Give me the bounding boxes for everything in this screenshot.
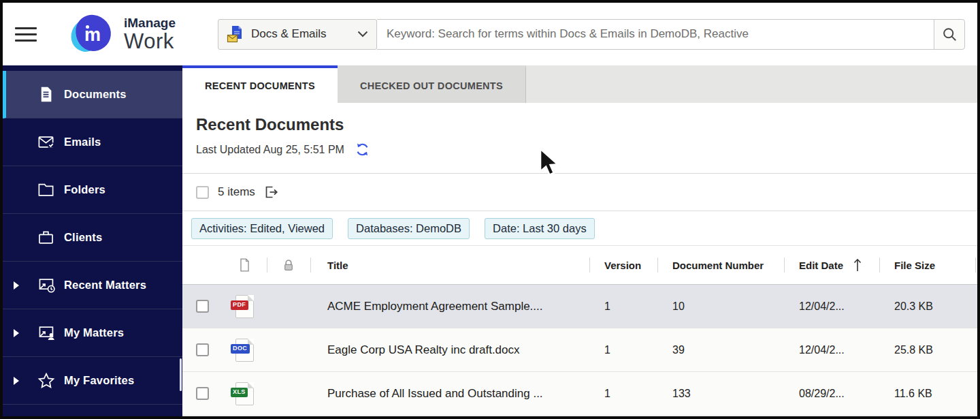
tab-checked-out-documents[interactable]: CHECKED OUT DOCUMENTS: [338, 65, 526, 103]
top-bar: m iManage Work Docs & Emails: [3, 3, 977, 65]
table-row[interactable]: XLSPurchase of All Issued and Outstandin…: [182, 372, 977, 416]
matter-clock-icon: [37, 276, 64, 294]
document-version: 1: [589, 388, 657, 400]
search-button[interactable]: [934, 19, 965, 50]
select-all-checkbox[interactable]: [196, 186, 209, 199]
imanage-logo-icon: m: [71, 14, 114, 55]
sidebar-item-label: Clients: [64, 231, 102, 244]
menu-icon[interactable]: [15, 23, 37, 46]
main-content: RECENT DOCUMENTS CHECKED OUT DOCUMENTS R…: [182, 65, 977, 416]
document-version: 1: [589, 300, 657, 313]
sidebar-item-label: Emails: [64, 136, 101, 149]
page-title: Recent Documents: [196, 115, 977, 134]
tab-recent-documents[interactable]: RECENT DOCUMENTS: [182, 65, 338, 103]
document-icon: [37, 85, 64, 104]
document-number: 39: [657, 344, 784, 356]
document-title[interactable]: Eagle Corp USA Realty inc draft.docx: [310, 343, 589, 357]
sidebar-item-emails[interactable]: Emails: [3, 119, 182, 166]
sidebar-item-my-matters[interactable]: My Matters: [3, 309, 182, 357]
file-type-badge: PDF: [231, 300, 248, 310]
document-title[interactable]: ACME Employment Agreement Sample....: [310, 300, 589, 313]
imanage-work-logo: m iManage Work: [71, 14, 176, 55]
expand-caret-icon[interactable]: [14, 377, 19, 385]
sidebar-item-recent-matters[interactable]: Recent Matters: [3, 262, 182, 309]
search-scope-label: Docs & Emails: [251, 27, 327, 41]
edit-date: 08/29/2...: [784, 388, 879, 400]
document-title[interactable]: Purchase of All Issued and Outstanding .…: [310, 387, 589, 401]
filter-chips: Activities: Edited, ViewedDatabases: Dem…: [182, 211, 977, 246]
expand-caret-icon[interactable]: [14, 281, 19, 290]
table-header: Title Version Document Number Edit Date …: [182, 246, 977, 285]
header-checkbox-column: [182, 246, 222, 284]
doc-file-icon: DOC: [235, 339, 254, 362]
sidebar-item-label: Folders: [64, 183, 105, 196]
sidebar-item-label: Recent Matters: [64, 279, 146, 292]
matter-user-icon: [37, 324, 64, 342]
refresh-button[interactable]: [355, 142, 370, 157]
sidebar-item-documents[interactable]: Documents: [3, 71, 182, 119]
row-checkbox[interactable]: [196, 300, 209, 313]
search-input[interactable]: [377, 19, 934, 50]
sidebar-item-label: My Matters: [64, 326, 124, 339]
header-filetype-column: [222, 246, 267, 284]
chevron-down-icon: [357, 31, 368, 37]
sidebar-navigation: DocumentsEmailsFoldersClientsRecent Matt…: [3, 65, 182, 416]
header-title[interactable]: Title: [310, 246, 589, 284]
brand-name: iManage: [124, 16, 176, 29]
table-body: PDFACME Employment Agreement Sample....1…: [182, 285, 977, 416]
sidebar-item-my-favorites[interactable]: My Favorites: [3, 357, 182, 405]
header-edit-date[interactable]: Edit Date: [784, 246, 879, 284]
page-header: Recent Documents Last Updated Aug 25, 5:…: [182, 103, 977, 174]
filter-chip[interactable]: Date: Last 30 days: [485, 218, 595, 239]
filter-chip[interactable]: Databases: DemoDB: [348, 218, 470, 239]
export-button[interactable]: [263, 184, 279, 200]
docs-emails-icon: [227, 25, 244, 44]
table-row[interactable]: DOCEagle Corp USA Realty inc draft.docx1…: [182, 328, 977, 372]
header-file-size[interactable]: File Size: [879, 246, 977, 284]
sidebar-item-folders[interactable]: Folders: [3, 166, 182, 214]
file-size: 20.3 KB: [879, 300, 977, 313]
document-number: 10: [657, 300, 784, 313]
items-count: 5 items: [218, 185, 255, 199]
last-updated-text: Last Updated Aug 25, 5:51 PM: [196, 144, 344, 156]
table-row[interactable]: PDFACME Employment Agreement Sample....1…: [182, 285, 977, 328]
document-version: 1: [589, 344, 657, 356]
search-scope-dropdown[interactable]: Docs & Emails: [218, 19, 377, 50]
sidebar-item-clients[interactable]: Clients: [3, 214, 182, 262]
file-type-badge: XLS: [231, 388, 248, 397]
search-icon: [941, 26, 958, 43]
lock-icon: [267, 258, 310, 273]
edit-date: 12/04/2...: [784, 344, 879, 356]
search-bar: Docs & Emails: [218, 19, 965, 50]
sidebar-item-label: Documents: [64, 88, 127, 101]
document-number: 133: [657, 388, 784, 400]
export-icon: [263, 184, 279, 200]
email-icon: [37, 133, 64, 151]
app-window: m iManage Work Docs & Emails: [0, 0, 980, 419]
refresh-icon: [355, 142, 370, 157]
xls-file-icon: XLS: [235, 382, 254, 405]
document-type-icon: [222, 258, 267, 273]
selection-toolbar: 5 items: [182, 174, 977, 211]
file-size: 11.6 KB: [879, 388, 977, 400]
file-type-badge: DOC: [231, 344, 250, 354]
row-checkbox[interactable]: [196, 387, 209, 400]
row-checkbox[interactable]: [196, 343, 209, 356]
pdf-file-icon: PDF: [235, 295, 254, 318]
product-name: Work: [124, 31, 176, 52]
star-icon: [37, 371, 64, 390]
file-size: 25.8 KB: [879, 344, 977, 356]
briefcase-icon: [37, 228, 64, 247]
filter-chip[interactable]: Activities: Edited, Viewed: [191, 218, 333, 239]
header-document-number[interactable]: Document Number: [657, 246, 784, 284]
edit-date: 12/04/2...: [784, 300, 879, 313]
sort-ascending-icon[interactable]: [853, 258, 862, 272]
tab-strip: RECENT DOCUMENTS CHECKED OUT DOCUMENTS: [182, 65, 977, 103]
expand-caret-icon[interactable]: [14, 329, 19, 337]
header-version[interactable]: Version: [589, 246, 657, 284]
folder-icon: [37, 181, 64, 199]
sidebar-item-label: My Favorites: [64, 374, 134, 387]
header-lock-column: [267, 246, 310, 284]
